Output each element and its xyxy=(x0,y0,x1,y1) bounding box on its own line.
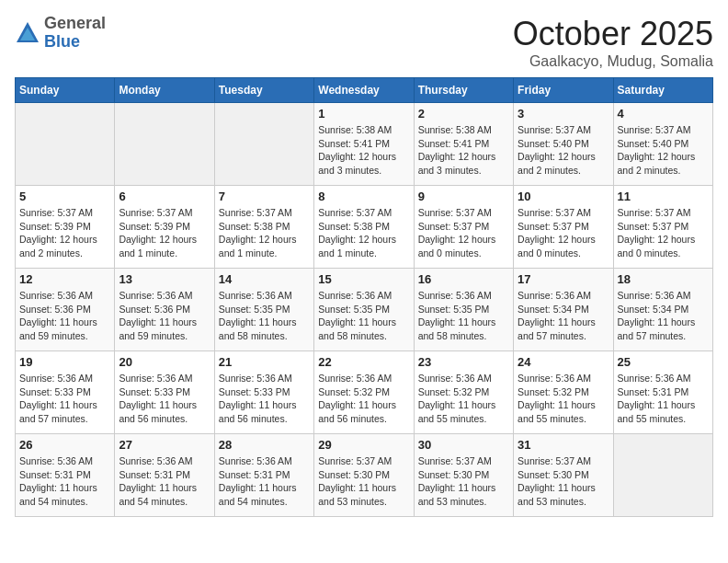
day-info: Sunrise: 5:36 AM Sunset: 5:31 PM Dayligh… xyxy=(618,372,709,426)
table-row xyxy=(16,103,115,186)
day-number: 31 xyxy=(518,438,609,452)
logo: General Blue xyxy=(15,15,106,52)
col-wednesday: Wednesday xyxy=(314,78,414,103)
day-info: Sunrise: 5:37 AM Sunset: 5:37 PM Dayligh… xyxy=(618,206,709,260)
day-number: 18 xyxy=(618,272,709,286)
day-info: Sunrise: 5:37 AM Sunset: 5:39 PM Dayligh… xyxy=(119,206,210,260)
day-number: 12 xyxy=(19,272,110,286)
day-number: 16 xyxy=(418,272,509,286)
calendar-row: 5Sunrise: 5:37 AM Sunset: 5:39 PM Daylig… xyxy=(16,186,713,269)
calendar-header: Sunday Monday Tuesday Wednesday Thursday… xyxy=(16,78,713,103)
day-number: 29 xyxy=(318,438,409,452)
table-row: 16Sunrise: 5:36 AM Sunset: 5:35 PM Dayli… xyxy=(414,269,513,351)
day-info: Sunrise: 5:37 AM Sunset: 5:40 PM Dayligh… xyxy=(518,123,609,178)
day-info: Sunrise: 5:37 AM Sunset: 5:30 PM Dayligh… xyxy=(418,454,509,509)
table-row: 3Sunrise: 5:37 AM Sunset: 5:40 PM Daylig… xyxy=(514,103,613,186)
day-number: 15 xyxy=(318,272,409,286)
day-info: Sunrise: 5:36 AM Sunset: 5:34 PM Dayligh… xyxy=(618,289,709,343)
logo-text: General Blue xyxy=(44,15,106,52)
table-row: 14Sunrise: 5:36 AM Sunset: 5:35 PM Dayli… xyxy=(214,269,313,351)
title-block: October 2025 Gaalkacyo, Mudug, Somalia xyxy=(513,15,713,70)
col-thursday: Thursday xyxy=(414,78,513,103)
col-monday: Monday xyxy=(115,78,214,103)
day-info: Sunrise: 5:36 AM Sunset: 5:33 PM Dayligh… xyxy=(119,372,210,426)
table-row: 25Sunrise: 5:36 AM Sunset: 5:31 PM Dayli… xyxy=(613,351,712,434)
day-info: Sunrise: 5:36 AM Sunset: 5:36 PM Dayligh… xyxy=(19,289,110,343)
day-info: Sunrise: 5:37 AM Sunset: 5:38 PM Dayligh… xyxy=(219,206,310,260)
day-number: 5 xyxy=(19,190,110,203)
table-row: 23Sunrise: 5:36 AM Sunset: 5:32 PM Dayli… xyxy=(414,351,513,434)
table-row: 24Sunrise: 5:36 AM Sunset: 5:32 PM Dayli… xyxy=(514,351,613,434)
day-number: 8 xyxy=(318,190,409,203)
calendar-row: 19Sunrise: 5:36 AM Sunset: 5:33 PM Dayli… xyxy=(16,351,713,434)
table-row: 4Sunrise: 5:37 AM Sunset: 5:40 PM Daylig… xyxy=(613,103,712,186)
day-info: Sunrise: 5:37 AM Sunset: 5:37 PM Dayligh… xyxy=(418,206,509,260)
table-row xyxy=(613,434,712,517)
table-row: 18Sunrise: 5:36 AM Sunset: 5:34 PM Dayli… xyxy=(613,269,712,351)
table-row: 9Sunrise: 5:37 AM Sunset: 5:37 PM Daylig… xyxy=(414,186,513,269)
day-info: Sunrise: 5:36 AM Sunset: 5:32 PM Dayligh… xyxy=(318,372,409,426)
day-info: Sunrise: 5:36 AM Sunset: 5:33 PM Dayligh… xyxy=(219,372,310,426)
day-info: Sunrise: 5:36 AM Sunset: 5:33 PM Dayligh… xyxy=(19,372,110,426)
table-row: 17Sunrise: 5:36 AM Sunset: 5:34 PM Dayli… xyxy=(514,269,613,351)
day-info: Sunrise: 5:37 AM Sunset: 5:38 PM Dayligh… xyxy=(318,206,409,260)
calendar-body: 1Sunrise: 5:38 AM Sunset: 5:41 PM Daylig… xyxy=(16,103,713,517)
day-number: 11 xyxy=(618,190,709,203)
table-row: 21Sunrise: 5:36 AM Sunset: 5:33 PM Dayli… xyxy=(214,351,313,434)
table-row: 10Sunrise: 5:37 AM Sunset: 5:37 PM Dayli… xyxy=(514,186,613,269)
day-number: 25 xyxy=(618,355,709,369)
table-row: 2Sunrise: 5:38 AM Sunset: 5:41 PM Daylig… xyxy=(414,103,513,186)
logo-icon xyxy=(15,20,40,46)
day-info: Sunrise: 5:36 AM Sunset: 5:31 PM Dayligh… xyxy=(19,454,110,509)
day-number: 26 xyxy=(19,438,110,452)
day-info: Sunrise: 5:36 AM Sunset: 5:31 PM Dayligh… xyxy=(119,454,210,509)
day-number: 3 xyxy=(518,107,609,121)
month-title: October 2025 xyxy=(513,15,713,53)
table-row: 6Sunrise: 5:37 AM Sunset: 5:39 PM Daylig… xyxy=(115,186,214,269)
calendar-row: 26Sunrise: 5:36 AM Sunset: 5:31 PM Dayli… xyxy=(16,434,713,517)
day-number: 6 xyxy=(119,190,210,203)
calendar-row: 12Sunrise: 5:36 AM Sunset: 5:36 PM Dayli… xyxy=(16,269,713,351)
day-number: 14 xyxy=(219,272,310,286)
col-tuesday: Tuesday xyxy=(214,78,313,103)
day-info: Sunrise: 5:36 AM Sunset: 5:32 PM Dayligh… xyxy=(518,372,609,426)
day-number: 10 xyxy=(518,190,609,203)
day-info: Sunrise: 5:36 AM Sunset: 5:35 PM Dayligh… xyxy=(219,289,310,343)
table-row: 13Sunrise: 5:36 AM Sunset: 5:36 PM Dayli… xyxy=(115,269,214,351)
day-info: Sunrise: 5:37 AM Sunset: 5:30 PM Dayligh… xyxy=(318,454,409,509)
page-header: General Blue October 2025 Gaalkacyo, Mud… xyxy=(15,15,713,70)
day-number: 17 xyxy=(518,272,609,286)
table-row: 7Sunrise: 5:37 AM Sunset: 5:38 PM Daylig… xyxy=(214,186,313,269)
day-info: Sunrise: 5:38 AM Sunset: 5:41 PM Dayligh… xyxy=(418,123,509,178)
col-sunday: Sunday xyxy=(16,78,115,103)
table-row: 5Sunrise: 5:37 AM Sunset: 5:39 PM Daylig… xyxy=(16,186,115,269)
table-row xyxy=(214,103,313,186)
table-row: 12Sunrise: 5:36 AM Sunset: 5:36 PM Dayli… xyxy=(16,269,115,351)
day-number: 19 xyxy=(19,355,110,369)
day-number: 2 xyxy=(418,107,509,121)
day-info: Sunrise: 5:38 AM Sunset: 5:41 PM Dayligh… xyxy=(318,123,409,178)
day-number: 27 xyxy=(119,438,210,452)
table-row: 27Sunrise: 5:36 AM Sunset: 5:31 PM Dayli… xyxy=(115,434,214,517)
day-info: Sunrise: 5:36 AM Sunset: 5:32 PM Dayligh… xyxy=(418,372,509,426)
table-row: 20Sunrise: 5:36 AM Sunset: 5:33 PM Dayli… xyxy=(115,351,214,434)
col-friday: Friday xyxy=(514,78,613,103)
day-info: Sunrise: 5:37 AM Sunset: 5:37 PM Dayligh… xyxy=(518,206,609,260)
day-number: 13 xyxy=(119,272,210,286)
table-row xyxy=(115,103,214,186)
table-row: 31Sunrise: 5:37 AM Sunset: 5:30 PM Dayli… xyxy=(514,434,613,517)
day-info: Sunrise: 5:36 AM Sunset: 5:34 PM Dayligh… xyxy=(518,289,609,343)
day-info: Sunrise: 5:37 AM Sunset: 5:39 PM Dayligh… xyxy=(19,206,110,260)
day-number: 22 xyxy=(318,355,409,369)
table-row: 30Sunrise: 5:37 AM Sunset: 5:30 PM Dayli… xyxy=(414,434,513,517)
day-number: 20 xyxy=(119,355,210,369)
table-row: 11Sunrise: 5:37 AM Sunset: 5:37 PM Dayli… xyxy=(613,186,712,269)
day-number: 30 xyxy=(418,438,509,452)
table-row: 15Sunrise: 5:36 AM Sunset: 5:35 PM Dayli… xyxy=(314,269,414,351)
day-number: 1 xyxy=(318,107,409,121)
day-number: 4 xyxy=(618,107,709,121)
day-number: 21 xyxy=(219,355,310,369)
table-row: 1Sunrise: 5:38 AM Sunset: 5:41 PM Daylig… xyxy=(314,103,414,186)
table-row: 8Sunrise: 5:37 AM Sunset: 5:38 PM Daylig… xyxy=(314,186,414,269)
table-row: 26Sunrise: 5:36 AM Sunset: 5:31 PM Dayli… xyxy=(16,434,115,517)
